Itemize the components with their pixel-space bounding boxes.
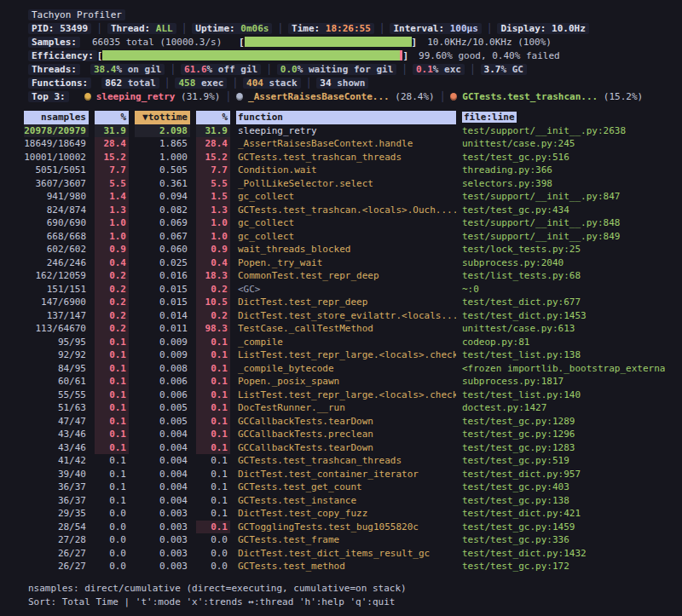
cell-nsamples: 137/147: [24, 309, 89, 323]
cell-nsamples: 26/27: [24, 560, 89, 573]
cell-tottime: 0.069: [135, 216, 190, 230]
functions-value-3: 404: [246, 78, 263, 89]
table-row[interactable]: 84/950.10.0080.1_compile_bytecode<frozen…: [24, 362, 665, 376]
table-row[interactable]: 36/370.10.0040.1GCTests.test_instancetes…: [24, 494, 665, 508]
table-row[interactable]: 39/400.10.0040.1DictTest.test_container_…: [24, 468, 665, 481]
cell-nsamples: 147/6900: [24, 296, 89, 309]
table-row[interactable]: 113/646700.20.01198.3TestCase._callTestM…: [24, 322, 665, 336]
table-row[interactable]: 137/1470.20.0140.2DictTest.test_store_ev…: [24, 309, 665, 323]
table-row[interactable]: 51/630.10.0050.1DocTestRunner.__rundocte…: [24, 401, 665, 415]
cell-function: DictTest.test_dict_items_result_gc: [236, 547, 456, 561]
separator: │: [277, 23, 283, 34]
cell-cumulative-pct: 0.2: [196, 283, 230, 296]
column-header-file-line[interactable]: file:line: [462, 111, 665, 124]
cell-nsamples: 43/46: [24, 428, 89, 441]
samples-bar-close-bracket: ]: [412, 37, 418, 48]
separator: │: [225, 91, 231, 102]
cell-function: gc_collect: [236, 216, 456, 230]
cell-direct-pct: 0.2: [95, 283, 129, 296]
functions-text-2: exec: [195, 78, 223, 89]
table-row[interactable]: 10001/1000215.21.00015.2GCTests.test_tra…: [24, 151, 665, 164]
functions-value-4: 34: [320, 78, 331, 89]
cell-direct-pct: 0.2: [95, 309, 129, 323]
cell-cumulative-pct: 0.1: [196, 481, 230, 494]
table-row[interactable]: 941/9801.40.0941.5gc_collecttest/support…: [24, 190, 665, 204]
table-row[interactable]: 55/550.10.0060.1ListTest.test_repr_large…: [24, 389, 665, 402]
table-row[interactable]: 18649/1864928.41.86528.4_AssertRaisesBas…: [24, 137, 665, 151]
cell-tottime: 0.025: [135, 256, 190, 270]
table-row[interactable]: 162/120590.20.01618.3CommonTest.test_rep…: [24, 269, 665, 283]
cell-function: _compile_bytecode: [236, 362, 456, 376]
table-row[interactable]: 95/950.10.0090.1_compilecodeop.py:81: [24, 336, 665, 349]
cell-direct-pct: 0.9: [95, 243, 129, 256]
table-row[interactable]: 43/460.10.0040.1GCCallbackTests.tearDown…: [24, 441, 665, 455]
table-row[interactable]: 3607/36075.50.3615.5_PollLikeSelector.se…: [24, 177, 665, 191]
samples-line: Samples:66035 total (10000.3/s)[]10.0KHz…: [28, 36, 665, 49]
column-header-nsamples[interactable]: nsamples: [24, 111, 89, 124]
cell-tottime: 0.004: [135, 441, 190, 455]
table-row[interactable]: 147/69000.20.01510.5DictTest.test_repr_d…: [24, 296, 665, 309]
cell-nsamples: 3607/3607: [24, 177, 89, 191]
table-row[interactable]: 26/270.00.0030.0GCTests.test_methodtest/…: [24, 560, 665, 573]
cell-nsamples: 668/668: [24, 230, 89, 244]
table-row[interactable]: 27/280.00.0030.0GCTests.test_frametest/t…: [24, 533, 665, 547]
table-row[interactable]: 43/460.10.0040.1GCCallbackTests.preclean…: [24, 428, 665, 441]
cell-direct-pct: 28.4: [95, 137, 129, 151]
cell-direct-pct: 0.1: [95, 362, 129, 376]
table-row[interactable]: 60/610.10.0060.1Popen._posix_spawnsubpro…: [24, 375, 665, 389]
threads-text-2: % off gil: [207, 64, 258, 75]
cell-file-line: test/test_gc.py:138: [462, 494, 665, 508]
cell-file-line: test/test_gc.py:516: [462, 151, 665, 164]
cell-direct-pct: 0.1: [95, 401, 129, 415]
column-header-function[interactable]: function: [236, 111, 456, 124]
cell-function: Popen._try_wait: [236, 256, 456, 270]
column-header-cumulative-pct[interactable]: %: [196, 111, 230, 124]
cell-direct-pct: 0.1: [95, 336, 129, 349]
functions-segment-2: 458 exec: [175, 78, 227, 89]
cell-function: sleeping_retry: [236, 124, 456, 138]
table-row[interactable]: 47/470.10.0050.1GCCallbackTests.tearDown…: [24, 415, 665, 429]
table-row[interactable]: 28/540.00.0030.1GCTogglingTests.test_bug…: [24, 521, 665, 534]
samples-bar-fill: [245, 37, 412, 47]
cell-cumulative-pct: 1.5: [196, 190, 230, 204]
top3-line: Top 3:sleeping_retry (31.9%)│_AssertRais…: [28, 90, 665, 104]
table-row[interactable]: 26/270.00.0030.0DictTest.test_dict_items…: [24, 547, 665, 561]
functions-value-1: 862: [105, 78, 122, 89]
cell-cumulative-pct: 7.7: [196, 164, 230, 177]
table-row[interactable]: 824/8741.30.0821.3GCTests.test_trashcan.…: [24, 204, 665, 217]
cell-nsamples: 162/12059: [24, 269, 89, 283]
cell-cumulative-pct: 28.4: [196, 137, 230, 151]
cell-tottime: 1.000: [135, 151, 190, 164]
table-row[interactable]: 41/420.10.0040.1GCTests.test_trashcan_th…: [24, 454, 665, 468]
table-row[interactable]: 36/370.10.0040.1GCTests.test_get_countte…: [24, 481, 665, 494]
column-header-direct-pct[interactable]: %: [95, 111, 129, 124]
cell-tottime: 0.082: [135, 204, 190, 217]
cell-file-line: test/test_dict.py:677: [462, 296, 665, 309]
table-row[interactable]: 92/920.10.0090.1ListTest.test_repr_large…: [24, 348, 665, 362]
separator: │: [440, 91, 446, 102]
cell-tottime: 0.004: [135, 481, 190, 494]
functions-text-1: total: [122, 78, 156, 89]
table-row[interactable]: 668/6681.00.0671.0gc_collecttest/support…: [24, 230, 665, 244]
table-row[interactable]: 602/6020.90.0600.9wait_threads_blockedte…: [24, 243, 665, 256]
table-row[interactable]: 20978/2097931.92.09831.9sleeping_retryte…: [24, 124, 665, 138]
cell-nsamples: 941/980: [24, 190, 89, 204]
table-row[interactable]: 29/350.00.0030.1DictTest.test_copy_fuzzt…: [24, 507, 665, 521]
threads-value-2: 61.6: [184, 64, 207, 75]
table-row[interactable]: 151/1510.20.0150.2<GC>~:0: [24, 283, 665, 296]
status-thread: Thread: ALL: [107, 23, 176, 34]
cell-file-line: ~:0: [462, 283, 665, 296]
cell-direct-pct: 0.0: [95, 521, 129, 534]
cell-direct-pct: 5.5: [95, 177, 129, 191]
column-header-tottime[interactable]: ▼tottime: [135, 111, 190, 124]
table-row[interactable]: 5051/50517.70.5057.7Condition.waitthread…: [24, 164, 665, 177]
table-row[interactable]: 246/2460.40.0250.4Popen._try_waitsubproc…: [24, 256, 665, 270]
cell-function: gc_collect: [236, 190, 456, 204]
threads-segment-1: 38.4% on gil: [90, 64, 165, 75]
efficiency-bar: [102, 50, 402, 60]
table-row[interactable]: 690/6901.00.0691.0gc_collecttest/support…: [24, 216, 665, 230]
top3-label: Top 3:: [28, 91, 69, 102]
cell-direct-pct: 1.0: [95, 230, 129, 244]
cell-tottime: 0.003: [135, 547, 190, 561]
cell-nsamples: 51/63: [24, 401, 89, 415]
